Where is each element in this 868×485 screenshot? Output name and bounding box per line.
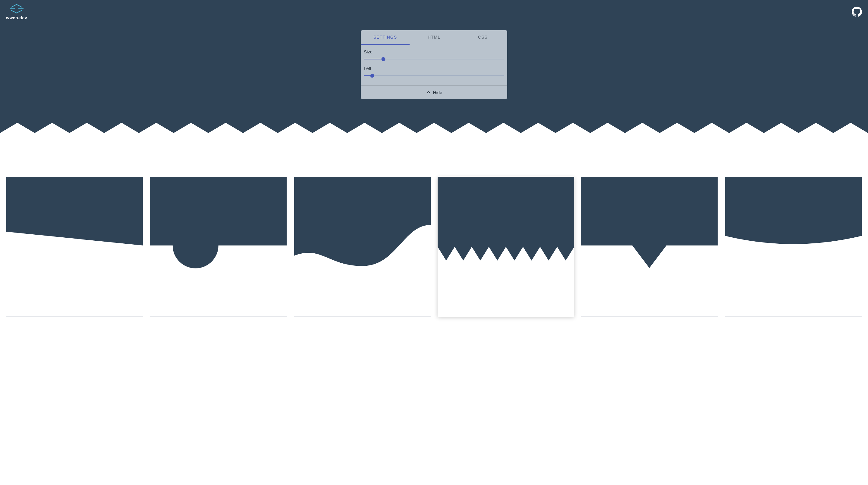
separator-cards [0,133,868,323]
size-slider[interactable] [364,57,504,61]
card-curve[interactable] [725,177,862,317]
left-slider[interactable] [364,73,504,78]
hero-section: wweb.dev SETTINGS HTML CSS Size [0,0,868,133]
slider-track [364,76,504,76]
logo[interactable]: wweb.dev [6,3,27,20]
settings-body: Size Left [361,45,507,85]
tab-settings[interactable]: SETTINGS [361,30,410,45]
zigzag-separator [0,123,868,133]
tab-css[interactable]: CSS [458,30,507,45]
tabs: SETTINGS HTML CSS [361,30,507,45]
setting-left: Left [364,66,504,78]
logo-icon [7,3,26,15]
slider-fill [364,59,383,59]
card-diagonal[interactable] [6,177,143,317]
hide-button[interactable]: Hide [361,85,507,99]
card-triangle[interactable] [581,177,718,317]
header: wweb.dev [0,0,868,23]
slider-thumb[interactable] [370,74,374,78]
card-semicircle[interactable] [150,177,287,317]
hide-label: Hide [433,90,442,95]
svg-marker-2 [6,177,143,246]
card-zigzag[interactable] [438,177,574,317]
size-label: Size [364,49,504,54]
left-label: Left [364,66,504,71]
slider-thumb[interactable] [381,57,385,61]
logo-text: wweb.dev [6,16,27,20]
github-icon[interactable] [852,7,862,17]
tab-html[interactable]: HTML [410,30,458,45]
chevron-up-icon [426,90,431,95]
setting-size: Size [364,49,504,61]
card-wave[interactable] [294,177,431,317]
settings-panel: SETTINGS HTML CSS Size Left [361,30,507,99]
